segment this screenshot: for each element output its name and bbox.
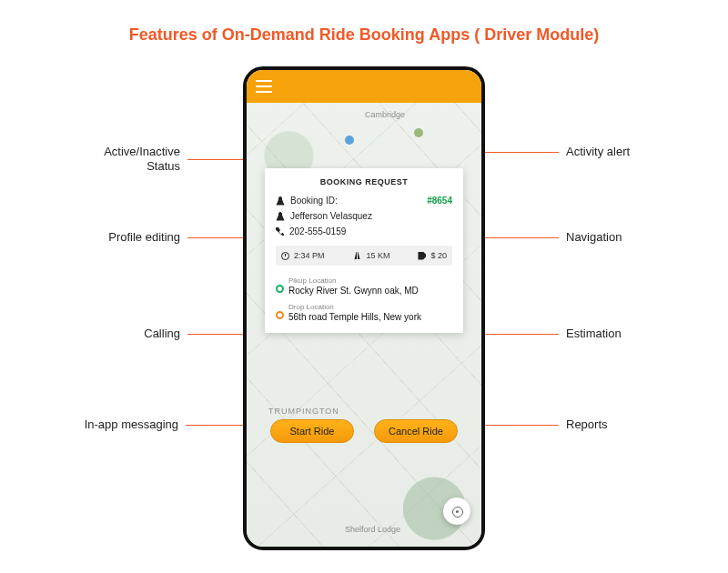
- stat-price: $ 20: [418, 251, 447, 260]
- hamburger-line-icon: [256, 91, 272, 93]
- drop-value: 56th road Temple Hills, New york: [288, 312, 452, 322]
- hamburger-line-icon: [256, 85, 272, 87]
- callout-label: Activity alert: [566, 145, 675, 159]
- phone-icon: [276, 227, 284, 236]
- callout-reports: Reports: [455, 417, 675, 432]
- stat-distance: 15 KM: [352, 251, 389, 260]
- pickup-label: Pikup Location: [288, 276, 452, 285]
- road-icon: [352, 252, 361, 259]
- customer-name: Jefferson Velasquez: [290, 211, 372, 221]
- phone-frame: Cambridge TRUMPINGTON Shelford Lodge BOO…: [243, 66, 485, 550]
- customer-phone: 202-555-0159: [289, 226, 346, 236]
- callout-label: Reports: [566, 417, 675, 432]
- pickup-value: Rocky River St. Gwynn oak, MD: [288, 286, 452, 296]
- ride-stats-bar: 2:34 PM 15 KM $ 20: [276, 246, 452, 266]
- map-poi-icon: [414, 128, 423, 137]
- stat-time-value: 2:34 PM: [294, 251, 325, 260]
- booking-id-label: Booking ID:: [290, 196, 421, 206]
- menu-button[interactable]: [256, 80, 272, 93]
- diagram-stage: Active/Inactive Status Profile editing C…: [0, 54, 728, 563]
- pickup-row: Pikup Location Rocky River St. Gwynn oak…: [276, 276, 452, 296]
- hamburger-line-icon: [256, 80, 272, 82]
- callout-estimation: Estimation: [455, 327, 675, 341]
- person-icon: [276, 196, 285, 206]
- page-title: Features of On-Demand Ride Booking Apps …: [0, 0, 728, 54]
- card-title: BOOKING REQUEST: [276, 177, 452, 186]
- stat-price-value: $ 20: [430, 251, 447, 260]
- recenter-button[interactable]: [443, 498, 470, 525]
- booking-id-value: #8654: [427, 196, 452, 206]
- pickup-dot-icon: [276, 285, 284, 293]
- cancel-ride-button[interactable]: Cancel Ride: [374, 419, 458, 443]
- drop-label: Drop Location: [288, 303, 452, 311]
- callout-label: Active/Inactive Status: [53, 145, 180, 175]
- customer-phone-row[interactable]: 202-555-0159: [276, 226, 452, 236]
- callout-label: Calling: [53, 327, 180, 341]
- clock-icon: [281, 252, 289, 260]
- action-buttons-row: Start Ride Cancel Ride: [265, 419, 463, 443]
- stat-distance-value: 15 KM: [366, 251, 389, 260]
- booking-request-card: BOOKING REQUEST Booking ID: #8654 Jeffer…: [265, 168, 463, 333]
- callout-label: In-app messaging: [42, 417, 178, 432]
- callout-label: Estimation: [566, 327, 675, 341]
- callout-label: Navigation: [566, 230, 675, 245]
- callout-navigation: Navigation: [455, 230, 675, 245]
- person-icon: [276, 212, 285, 221]
- booking-id-row: Booking ID: #8654: [276, 196, 452, 206]
- app-bar: [247, 70, 481, 103]
- map-place-label: Shelford Lodge: [345, 525, 400, 534]
- stat-time: 2:34 PM: [281, 251, 325, 260]
- start-ride-button[interactable]: Start Ride: [270, 419, 354, 443]
- map-place-label: TRUMPINGTON: [268, 407, 339, 416]
- price-tag-icon: [418, 252, 426, 260]
- customer-name-row: Jefferson Velasquez: [276, 211, 452, 221]
- crosshair-icon: [450, 505, 463, 518]
- callout-label: Profile editing: [53, 230, 180, 245]
- callout-activity-alert: Activity alert: [455, 145, 675, 159]
- drop-row: Drop Location 56th road Temple Hills, Ne…: [276, 303, 452, 322]
- map-poi-icon: [345, 136, 354, 145]
- drop-dot-icon: [276, 311, 284, 319]
- locations-block: Pikup Location Rocky River St. Gwynn oak…: [276, 276, 452, 322]
- map-place-label: Cambridge: [365, 110, 405, 119]
